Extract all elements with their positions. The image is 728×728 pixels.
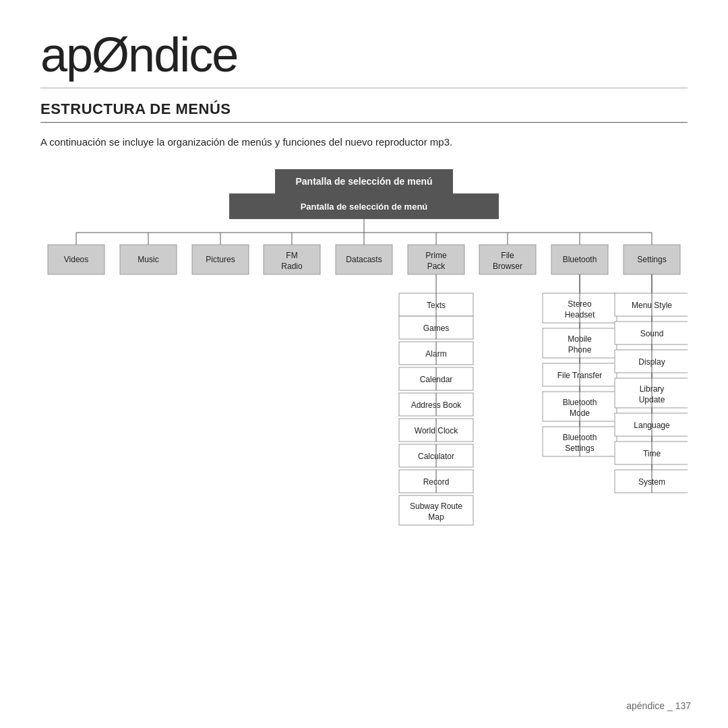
menu-diagram: Pantalla de selección de menú .box-root … xyxy=(40,169,688,625)
root-row: Pantalla de selección de menú xyxy=(40,169,688,193)
top-prime-pack-text2: Pack xyxy=(427,262,446,271)
top-datacasts-text: Datacasts xyxy=(346,255,382,264)
top-settings-text: Settings xyxy=(637,255,666,264)
description: A continuación se incluye la organizació… xyxy=(40,135,688,150)
top-bluetooth-text: Bluetooth xyxy=(563,255,597,264)
section-title: ESTRUCTURA DE MENÚS xyxy=(40,100,688,123)
page-title: apØndice xyxy=(40,27,688,88)
root-node: Pantalla de selección de menú xyxy=(275,169,452,193)
root-text: Pantalla de selección de menú xyxy=(301,202,428,212)
page: apØndice ESTRUCTURA DE MENÚS A continuac… xyxy=(0,0,728,728)
top-file-browser-text1: File xyxy=(501,251,514,260)
sub-subway-text1: Subway Route xyxy=(410,502,462,511)
top-fm-radio-text2: Radio xyxy=(281,262,303,271)
tree-svg: .box-root { fill: #555; } .box-top { fil… xyxy=(40,193,688,625)
top-videos-text: Videos xyxy=(64,255,88,264)
top-fm-radio-text1: FM xyxy=(286,251,297,260)
sub-subway-text2: Map xyxy=(428,512,444,522)
top-prime-pack-text1: Prime xyxy=(425,251,447,260)
top-music-text: Music xyxy=(138,255,158,264)
top-file-browser-text2: Browser xyxy=(493,262,522,271)
top-pictures-text: Pictures xyxy=(206,255,235,264)
page-footer: apéndice _ 137 xyxy=(626,700,691,711)
